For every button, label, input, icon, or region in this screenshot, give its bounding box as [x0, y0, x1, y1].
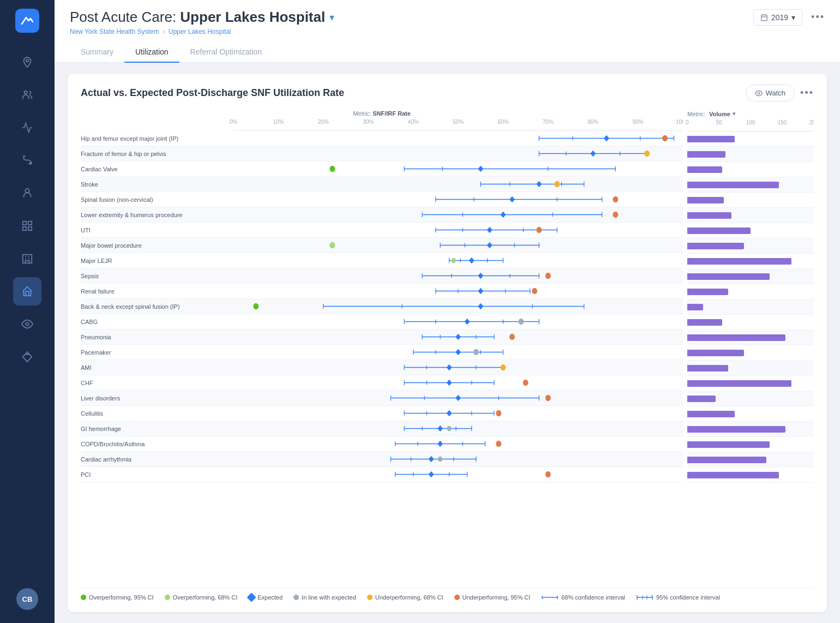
volume-bar — [687, 166, 722, 173]
row-chart-cell — [233, 192, 683, 207]
bar-container — [687, 162, 814, 177]
row-label: Major LEJR — [81, 257, 233, 264]
volume-bar — [687, 380, 791, 387]
legend-underperforming-95: Underperforming, 95% CI — [454, 594, 531, 601]
row-label: Pneumonia — [81, 334, 233, 340]
table-row: CABG — [81, 314, 683, 330]
table-row: CHF — [81, 375, 683, 391]
actual-dot — [554, 181, 560, 188]
actual-dot — [509, 334, 515, 340]
bar-container — [687, 177, 814, 192]
expected-diamond — [455, 334, 461, 340]
actual-dot-gray — [438, 457, 442, 462]
sidebar-item-gem[interactable] — [13, 343, 41, 371]
tab-utilization[interactable]: Utilization — [124, 42, 179, 63]
chart-area: Metric: SNF/IRF Rate 0% 10% 20% 30% 40% … — [81, 110, 814, 581]
row-chart-cell — [233, 467, 683, 482]
row-chart-cell — [233, 207, 683, 222]
watch-label: Watch — [766, 89, 785, 97]
row-chart-cell — [233, 391, 683, 405]
sidebar-item-home[interactable] — [13, 277, 41, 305]
sidebar-item-location[interactable] — [13, 48, 41, 76]
sidebar-item-stethoscope[interactable] — [13, 146, 41, 175]
breadcrumb-hospital[interactable]: Upper Lakes Hospital — [169, 28, 231, 35]
table-row: PCI — [81, 467, 683, 482]
x-tick-10: 10% — [273, 119, 284, 125]
actual-dot — [662, 135, 668, 142]
row-chart-cell — [233, 146, 683, 161]
row-label: CABG — [81, 319, 233, 325]
tab-summary[interactable]: Summary — [70, 42, 124, 63]
right-metric-label: Metric: Volume ▾ — [687, 110, 814, 117]
volume-dropdown-icon[interactable]: ▾ — [733, 110, 736, 117]
bar-row — [687, 330, 814, 345]
table-row: Pacemaker — [81, 345, 683, 360]
row-chart-cell — [233, 253, 683, 268]
watch-button[interactable]: Watch — [746, 85, 795, 101]
bar-container — [687, 468, 814, 482]
expected-diamond — [447, 380, 452, 386]
right-x-50: 50 — [716, 119, 722, 125]
more-options-button[interactable]: ••• — [811, 11, 825, 23]
x-tick-30: 30% — [363, 119, 374, 125]
table-row: UTI — [81, 223, 683, 238]
expected-diamond — [487, 227, 493, 233]
row-label: Cardiac Valve — [81, 166, 233, 172]
title-dropdown-button[interactable]: ▾ — [329, 11, 334, 23]
expected-diamond — [429, 456, 434, 463]
user-avatar[interactable]: CB — [16, 588, 38, 610]
row-chart-cell — [233, 360, 683, 375]
row-label: PCI — [81, 471, 233, 478]
volume-bar — [687, 365, 728, 372]
bar-container — [687, 315, 814, 330]
row-label: Liver disorders — [81, 395, 233, 402]
row-label: Stroke — [81, 181, 233, 188]
breadcrumb-system[interactable]: New York State Health System — [70, 28, 159, 35]
volume-bar — [687, 441, 770, 448]
tab-referral[interactable]: Referral Optimization — [179, 42, 273, 63]
row-label: GI hemorrhage — [81, 426, 233, 432]
row-chart-cell — [233, 299, 683, 314]
legend-expected: Expected — [248, 594, 283, 601]
table-row: Cardiac Valve — [81, 161, 683, 177]
row-label: Hip and femur except major joint (IP) — [81, 135, 233, 142]
volume-bar — [687, 289, 728, 295]
actual-dot-gray — [447, 426, 451, 432]
bar-container — [687, 391, 814, 406]
chart-more-button[interactable]: ••• — [800, 87, 814, 99]
bar-row — [687, 147, 814, 162]
volume-bar — [687, 182, 779, 188]
page-header: Post Acute Care: Upper Lakes Hospital ▾ … — [55, 0, 840, 63]
bar-row — [687, 406, 814, 422]
row-label: Pacemaker — [81, 349, 233, 356]
row-chart-cell — [233, 238, 683, 253]
expected-diamond — [437, 426, 443, 432]
sidebar-item-grid[interactable] — [13, 212, 41, 240]
x-tick-90: 90% — [633, 119, 644, 125]
expected-diamond — [465, 319, 470, 325]
sidebar-item-people[interactable] — [13, 81, 41, 109]
chart-title: Actual vs. Expected Post-Discharge SNF U… — [81, 87, 344, 99]
actual-dot — [496, 441, 501, 447]
legend-ci95: 95% confidence interval — [636, 594, 720, 601]
year-selector[interactable]: 2019 ▾ — [753, 9, 802, 26]
x-tick-70: 70% — [543, 119, 554, 125]
row-label: COPD/Brochitis/Asthma — [81, 441, 233, 447]
volume-bar — [687, 411, 735, 417]
sidebar-item-activity[interactable] — [13, 113, 41, 142]
bar-container — [687, 299, 814, 314]
sidebar-item-building[interactable] — [13, 244, 41, 273]
actual-dot — [545, 395, 551, 402]
legend-dot-gray — [293, 595, 299, 600]
row-chart-cell — [233, 268, 683, 283]
sidebar-item-eye[interactable] — [13, 310, 41, 338]
bar-container — [687, 254, 814, 268]
row-chart-cell — [233, 330, 683, 344]
x-tick-50: 50% — [453, 119, 464, 125]
eye-icon — [755, 89, 763, 97]
app-logo[interactable] — [15, 9, 39, 33]
table-row: Hip and femur except major joint (IP) — [81, 131, 683, 146]
sidebar-item-person[interactable] — [13, 179, 41, 207]
right-x-0: 0 — [686, 119, 689, 125]
legend-inline: In line with expected — [293, 594, 356, 601]
